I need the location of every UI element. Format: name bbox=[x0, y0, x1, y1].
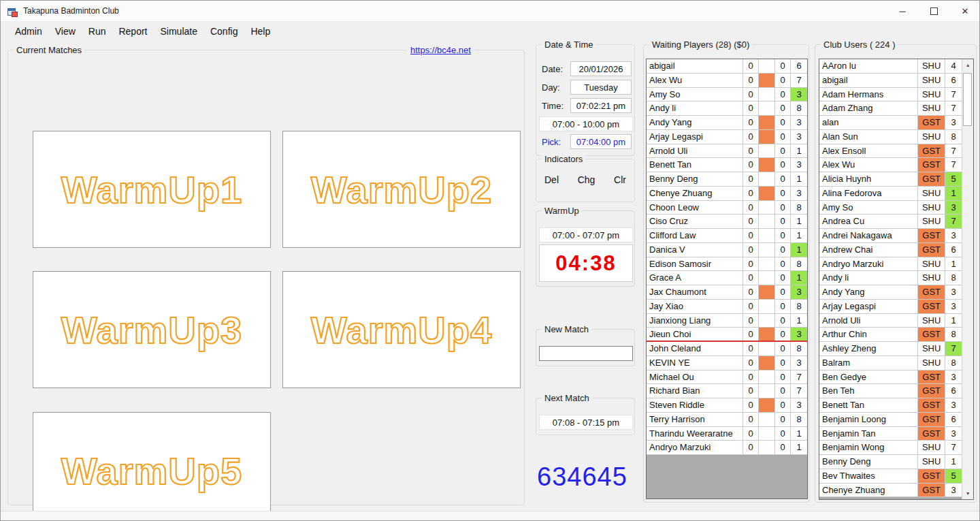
user-score-cell[interactable]: 1 bbox=[945, 314, 962, 328]
player-name-cell[interactable]: Clifford Law bbox=[647, 229, 743, 242]
player-score-cell[interactable]: 3 bbox=[791, 285, 807, 299]
user-name-cell[interactable]: Arthur Chin bbox=[819, 328, 918, 341]
user-name-cell[interactable]: Ben Gedye bbox=[819, 370, 918, 384]
player-value-cell[interactable]: 0 bbox=[775, 215, 791, 228]
player-name-cell[interactable]: Edison Samosir bbox=[647, 257, 743, 271]
player-status-cell[interactable] bbox=[759, 187, 775, 200]
user-type-cell[interactable]: GST bbox=[918, 484, 945, 497]
player-value-cell[interactable]: 0 bbox=[775, 356, 791, 370]
menu-simulate[interactable]: Simulate bbox=[154, 23, 203, 40]
user-score-cell[interactable]: 4 bbox=[945, 59, 962, 73]
club-user-row[interactable]: Andrea CuSHU7 bbox=[819, 215, 962, 229]
user-score-cell[interactable]: 1 bbox=[945, 187, 962, 200]
user-type-cell[interactable]: GST bbox=[918, 469, 945, 483]
club-user-row[interactable]: Alex EnsollGST7 bbox=[819, 144, 962, 159]
user-score-cell[interactable]: 3 bbox=[945, 398, 962, 412]
player-value-cell[interactable]: 0 bbox=[743, 398, 759, 412]
club-user-row[interactable]: Benett TanGST3 bbox=[819, 398, 962, 413]
user-type-cell[interactable]: SHU bbox=[918, 314, 945, 328]
waiting-player-row[interactable]: Jieun Choi003 bbox=[647, 328, 807, 342]
club-user-row[interactable]: Bev ThwaitesGST5 bbox=[819, 469, 962, 484]
player-value-cell[interactable]: 0 bbox=[743, 187, 759, 200]
user-score-cell[interactable]: 3 bbox=[945, 285, 962, 299]
player-value-cell[interactable]: 0 bbox=[743, 384, 759, 398]
waiting-player-row[interactable]: Clifford Law001 bbox=[647, 229, 807, 243]
player-value-cell[interactable]: 0 bbox=[743, 285, 759, 299]
player-status-cell[interactable] bbox=[759, 413, 775, 426]
player-status-cell[interactable] bbox=[759, 356, 775, 370]
club-user-row[interactable]: Andy liSHU8 bbox=[819, 271, 962, 285]
club-user-row[interactable]: Adam HermansSHU7 bbox=[819, 88, 962, 102]
player-status-cell[interactable] bbox=[759, 130, 775, 144]
player-status-cell[interactable] bbox=[759, 328, 775, 341]
player-value-cell[interactable]: 0 bbox=[743, 271, 759, 285]
player-name-cell[interactable]: Arnold Uli bbox=[647, 144, 743, 158]
player-score-cell[interactable]: 7 bbox=[791, 370, 807, 384]
player-score-cell[interactable]: 1 bbox=[791, 271, 807, 285]
user-name-cell[interactable]: Alan Sun bbox=[819, 130, 918, 144]
player-status-cell[interactable] bbox=[759, 59, 775, 73]
user-score-cell[interactable]: 6 bbox=[945, 74, 962, 87]
player-value-cell[interactable]: 0 bbox=[775, 398, 791, 412]
user-name-cell[interactable]: Adam Zhang bbox=[819, 101, 918, 115]
player-value-cell[interactable]: 0 bbox=[775, 413, 791, 426]
user-type-cell[interactable]: GST bbox=[918, 328, 945, 341]
user-name-cell[interactable]: Andrew Chai bbox=[819, 243, 918, 257]
court-panel-warmup3[interactable]: WarmUp3 bbox=[33, 271, 271, 388]
club-user-row[interactable]: Andrei NakagawaGST3 bbox=[819, 229, 962, 243]
player-status-cell[interactable] bbox=[759, 158, 775, 172]
player-name-cell[interactable]: KEVIN YE bbox=[647, 356, 743, 370]
waiting-player-row[interactable]: Ciso Cruz001 bbox=[647, 215, 807, 229]
user-type-cell[interactable]: GST bbox=[918, 285, 945, 299]
user-score-cell[interactable]: 7 bbox=[945, 144, 962, 158]
user-score-cell[interactable]: 6 bbox=[945, 413, 962, 426]
user-name-cell[interactable]: Benny Deng bbox=[819, 455, 918, 469]
user-score-cell[interactable]: 7 bbox=[945, 88, 962, 101]
player-score-cell[interactable]: 8 bbox=[791, 300, 807, 313]
player-name-cell[interactable]: Richard Bian bbox=[647, 384, 743, 398]
user-type-cell[interactable]: GST bbox=[918, 144, 945, 158]
user-score-cell[interactable]: 6 bbox=[945, 384, 962, 398]
scroll-down-icon[interactable]: ▼ bbox=[962, 488, 973, 499]
player-value-cell[interactable]: 0 bbox=[743, 59, 759, 73]
player-name-cell[interactable]: Andy Yang bbox=[647, 116, 743, 129]
club-user-row[interactable]: Arnold UliSHU1 bbox=[819, 314, 962, 328]
player-score-cell[interactable]: 1 bbox=[791, 229, 807, 242]
player-value-cell[interactable]: 0 bbox=[775, 328, 791, 341]
menu-view[interactable]: View bbox=[49, 23, 82, 40]
player-value-cell[interactable]: 0 bbox=[743, 215, 759, 228]
new-match-input[interactable] bbox=[539, 346, 633, 361]
waiting-player-row[interactable]: Benny Deng001 bbox=[647, 172, 807, 187]
user-type-cell[interactable]: SHU bbox=[918, 130, 945, 144]
user-type-cell[interactable]: GST bbox=[918, 398, 945, 412]
player-score-cell[interactable]: 7 bbox=[791, 384, 807, 398]
player-name-cell[interactable]: Choon Leow bbox=[647, 201, 743, 215]
user-name-cell[interactable]: Ashley Zheng bbox=[819, 342, 918, 356]
player-score-cell[interactable]: 8 bbox=[791, 257, 807, 271]
waiting-player-row[interactable]: John Cleland008 bbox=[647, 342, 807, 356]
user-score-cell[interactable]: 3 bbox=[945, 370, 962, 384]
user-name-cell[interactable]: Benjamin Tan bbox=[819, 427, 918, 441]
user-type-cell[interactable]: SHU bbox=[918, 455, 945, 469]
waiting-player-row[interactable]: Benett Tan003 bbox=[647, 158, 807, 172]
player-name-cell[interactable]: Andryo Marzuki bbox=[647, 441, 743, 454]
player-status-cell[interactable] bbox=[759, 384, 775, 398]
user-type-cell[interactable]: GST bbox=[918, 116, 945, 129]
user-name-cell[interactable]: Andrei Nakagawa bbox=[819, 229, 918, 242]
player-value-cell[interactable]: 0 bbox=[775, 384, 791, 398]
waiting-player-row[interactable]: Alex Wu007 bbox=[647, 74, 807, 88]
waiting-player-row[interactable]: Choon Leow008 bbox=[647, 201, 807, 215]
player-score-cell[interactable]: 1 bbox=[791, 243, 807, 257]
player-value-cell[interactable]: 0 bbox=[775, 342, 791, 356]
waiting-player-row[interactable]: Andryo Marzuki001 bbox=[647, 441, 807, 455]
club-user-row[interactable]: AAron luSHU4 bbox=[819, 59, 962, 74]
player-value-cell[interactable]: 0 bbox=[775, 59, 791, 73]
club-users-scrollbar[interactable]: ▲ ▼ bbox=[962, 59, 973, 499]
user-name-cell[interactable]: Andy li bbox=[819, 271, 918, 285]
player-status-cell[interactable] bbox=[759, 172, 775, 186]
user-type-cell[interactable]: GST bbox=[918, 413, 945, 426]
waiting-player-row[interactable]: Jianxiong Liang001 bbox=[647, 314, 807, 328]
user-type-cell[interactable]: SHU bbox=[918, 74, 945, 87]
user-name-cell[interactable]: Alex Ensoll bbox=[819, 144, 918, 158]
player-value-cell[interactable]: 0 bbox=[743, 328, 759, 341]
